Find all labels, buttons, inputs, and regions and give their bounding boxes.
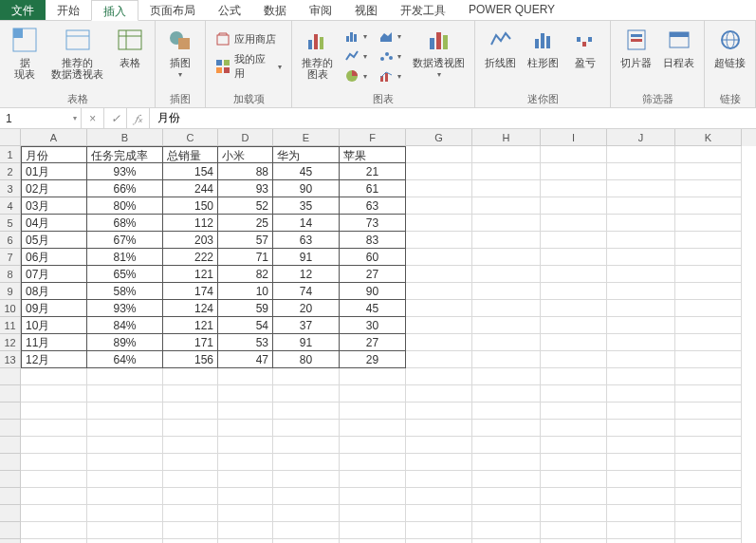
cell[interactable] xyxy=(218,488,273,505)
cell[interactable] xyxy=(607,266,675,283)
row-header[interactable]: 10 xyxy=(0,300,21,317)
enter-formula-button[interactable]: ✓ xyxy=(104,108,127,128)
cell[interactable]: 21 xyxy=(340,163,406,180)
cell[interactable] xyxy=(541,249,607,266)
select-all-corner[interactable] xyxy=(0,129,21,146)
cell[interactable]: 12 xyxy=(273,266,340,283)
cell[interactable] xyxy=(607,403,675,420)
cell[interactable] xyxy=(675,522,742,539)
cell[interactable] xyxy=(406,197,472,215)
cell[interactable] xyxy=(406,146,472,163)
cell[interactable] xyxy=(87,539,163,543)
cell[interactable] xyxy=(675,403,742,420)
col-header-F[interactable]: F xyxy=(340,129,406,146)
cell[interactable] xyxy=(163,539,218,543)
cell[interactable] xyxy=(541,437,607,454)
cell[interactable]: 60 xyxy=(340,249,406,266)
cell[interactable] xyxy=(541,385,607,403)
cell[interactable] xyxy=(675,283,742,300)
cell[interactable]: 华为 xyxy=(273,146,340,163)
cell[interactable]: 65% xyxy=(87,266,163,283)
cell[interactable] xyxy=(273,471,340,488)
cell[interactable] xyxy=(406,300,472,317)
cell[interactable] xyxy=(472,437,541,454)
cell[interactable]: 58% xyxy=(87,283,163,300)
cell[interactable] xyxy=(675,437,742,454)
cell[interactable] xyxy=(406,539,472,543)
cell[interactable] xyxy=(340,454,406,471)
cell[interactable]: 88 xyxy=(218,163,273,180)
cell[interactable] xyxy=(87,471,163,488)
cell[interactable] xyxy=(607,471,675,488)
cell[interactable]: 90 xyxy=(273,180,340,197)
chart-scatter-button[interactable]: ▾ xyxy=(375,47,405,66)
cell[interactable]: 小米 xyxy=(218,146,273,163)
pivot-chart-button[interactable]: 数据透视图▾ xyxy=(409,23,469,81)
row-header[interactable]: 5 xyxy=(0,215,21,232)
cell[interactable] xyxy=(607,420,675,437)
cell[interactable] xyxy=(472,368,541,385)
cell[interactable] xyxy=(541,488,607,505)
cell[interactable]: 12月 xyxy=(21,351,87,368)
slicer-button[interactable]: 切片器 xyxy=(617,23,655,70)
cell[interactable]: 月份 xyxy=(21,146,87,163)
cell[interactable] xyxy=(406,334,472,351)
row-header[interactable]: 3 xyxy=(0,180,21,197)
cell[interactable]: 06月 xyxy=(21,249,87,266)
cell[interactable] xyxy=(273,437,340,454)
cell[interactable] xyxy=(675,505,742,522)
col-header-E[interactable]: E xyxy=(273,129,340,146)
cell[interactable] xyxy=(218,454,273,471)
cell[interactable] xyxy=(87,522,163,539)
col-header-K[interactable]: K xyxy=(675,129,742,146)
row-header[interactable] xyxy=(0,488,21,505)
cell[interactable] xyxy=(273,385,340,403)
spreadsheet-grid[interactable]: ABCDEFGHIJK 1月份任务完成率总销量小米华为苹果201月93%1548… xyxy=(0,129,756,543)
cell[interactable] xyxy=(675,539,742,543)
cell[interactable]: 93% xyxy=(87,163,163,180)
cell[interactable] xyxy=(541,368,607,385)
chart-area-button[interactable]: ▾ xyxy=(375,27,405,46)
illustrations-button[interactable]: 插图▾ xyxy=(161,23,199,81)
cell[interactable] xyxy=(21,454,87,471)
cell[interactable] xyxy=(607,351,675,368)
cell[interactable]: 222 xyxy=(163,249,218,266)
row-header[interactable]: 12 xyxy=(0,334,21,351)
cell[interactable] xyxy=(218,437,273,454)
cell[interactable] xyxy=(675,334,742,351)
cell[interactable] xyxy=(406,505,472,522)
cell[interactable] xyxy=(541,283,607,300)
cell[interactable] xyxy=(607,454,675,471)
cell[interactable] xyxy=(607,180,675,197)
cell[interactable] xyxy=(675,471,742,488)
cell[interactable] xyxy=(472,180,541,197)
row-header[interactable]: 6 xyxy=(0,232,21,249)
cell[interactable] xyxy=(87,437,163,454)
cell[interactable] xyxy=(472,539,541,543)
cell[interactable] xyxy=(675,249,742,266)
cell[interactable] xyxy=(87,420,163,437)
row-header[interactable] xyxy=(0,539,21,543)
formula-input[interactable] xyxy=(150,108,756,128)
cell[interactable] xyxy=(541,197,607,215)
cell[interactable]: 124 xyxy=(163,300,218,317)
cell[interactable] xyxy=(163,437,218,454)
cell[interactable]: 10月 xyxy=(21,317,87,334)
cell[interactable] xyxy=(87,368,163,385)
insert-function-button[interactable]: 𝑓ₓ xyxy=(127,108,150,128)
cell[interactable] xyxy=(340,471,406,488)
cell[interactable]: 57 xyxy=(218,232,273,249)
timeline-button[interactable]: 日程表 xyxy=(659,23,698,70)
sparkline-line-button[interactable]: 折线图 xyxy=(481,23,520,70)
cell[interactable]: 174 xyxy=(163,283,218,300)
cell[interactable] xyxy=(340,505,406,522)
row-header[interactable] xyxy=(0,522,21,539)
chart-line-button[interactable]: ▾ xyxy=(341,47,371,66)
cell[interactable] xyxy=(541,146,607,163)
cell[interactable] xyxy=(218,505,273,522)
cell[interactable] xyxy=(675,300,742,317)
col-header-B[interactable]: B xyxy=(87,129,163,146)
store-button[interactable]: 应用商店 xyxy=(212,29,286,48)
row-header[interactable] xyxy=(0,437,21,454)
cell[interactable] xyxy=(675,368,742,385)
